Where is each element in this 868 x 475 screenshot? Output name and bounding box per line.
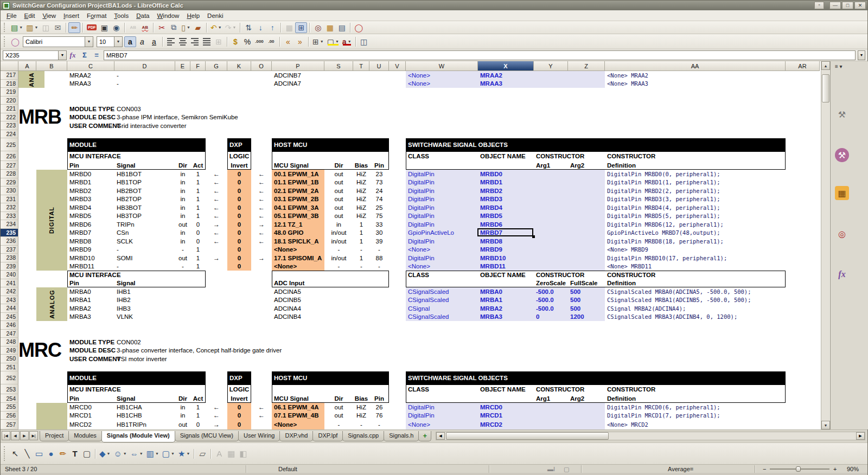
cell-U238[interactable]: 88 [369, 254, 389, 262]
cell-D238[interactable]: SOMI [114, 254, 175, 262]
close-button[interactable]: ✕ [854, 2, 866, 9]
cell-S234[interactable]: in [324, 220, 353, 229]
menu-help[interactable]: Help [183, 11, 203, 20]
cell-D244[interactable]: IHB3 [114, 304, 175, 313]
cell-K239[interactable]: 0 [227, 262, 251, 271]
cell-G257[interactable]: → [206, 420, 227, 429]
row-header-232[interactable]: 232 [1, 203, 18, 212]
cell-K234[interactable]: 0 [227, 220, 251, 229]
cell-C245[interactable]: MRBA3 [67, 313, 114, 322]
cell-T235[interactable]: 1 [353, 229, 369, 238]
cell-U229[interactable]: 73 [369, 178, 389, 187]
cell-C256[interactable]: MRCD1 [67, 412, 114, 420]
cell-C228[interactable]: MRBD0 [67, 170, 114, 178]
cell-O235[interactable]: ← [251, 229, 272, 238]
cell-X255[interactable]: MRCD0 [478, 403, 534, 412]
row-header-237[interactable]: 237 [1, 246, 18, 254]
cell-D236[interactable]: SCLK [114, 237, 175, 246]
sheet-tab-signals-h[interactable]: Signals.h [384, 431, 419, 441]
cell-X256[interactable]: MRCD1 [478, 412, 534, 420]
cell-S237[interactable]: - [324, 246, 353, 254]
cell-K255[interactable]: 0 [227, 403, 251, 412]
cell-AA236[interactable]: DigitalPin MRBD8(18, peripheral1); [605, 237, 786, 246]
cell-O229[interactable]: ← [251, 178, 272, 187]
cell-C244[interactable]: MRBA2 [67, 304, 114, 313]
formula-input[interactable]: MRBD7 [104, 50, 856, 60]
selection-handle[interactable] [532, 235, 535, 238]
vertical-scrollbar[interactable]: ▲ ▼ [821, 61, 829, 429]
menu-edit[interactable]: Edit [21, 11, 39, 20]
cell-P239[interactable]: <None> [272, 262, 324, 271]
cell-X218[interactable]: MRAA3 [478, 80, 534, 88]
row-header-226[interactable]: 226 [1, 151, 18, 161]
fontwork-button[interactable]: A [213, 448, 225, 459]
chevron-down-icon[interactable]: ▼ [186, 452, 190, 455]
extrusion-button[interactable]: ◧ [237, 448, 249, 459]
merge-cells-button[interactable]: ⊞ [213, 36, 225, 47]
cell-K228[interactable]: 0 [227, 170, 251, 178]
cell-U256[interactable]: 76 [369, 412, 389, 420]
zoom-slider[interactable] [770, 468, 829, 470]
cell-D232[interactable]: HB3BOT [114, 203, 175, 212]
sort-ascending-button[interactable]: ↓ [254, 22, 266, 33]
column-header-Z[interactable]: Z [568, 61, 605, 71]
cell-P231[interactable]: 03.1 EPWM_2B [272, 195, 324, 204]
cell-AA234[interactable]: DigitalPin MRBD6(12, peripheral1); [605, 220, 786, 229]
row-header-245[interactable]: 245 [1, 313, 18, 322]
cell-P233[interactable]: 05.1 EPWM_3B [272, 212, 324, 221]
cell-U230[interactable]: 24 [369, 187, 389, 195]
font-size-combo[interactable]: 10 ▼ [97, 36, 123, 47]
cell-T256[interactable]: HiZ [353, 412, 369, 420]
cell-AA231[interactable]: DigitalPin MRBD3(3, peripheral1); [605, 195, 786, 204]
cell-D257[interactable]: HB1TRIPn [114, 420, 175, 429]
first-sheet-icon[interactable]: |◀ [2, 431, 10, 440]
italic-button[interactable]: a [136, 36, 148, 47]
sheet-tab-signals-mcu-view[interactable]: Signals (MCU View) [175, 431, 239, 441]
cell-AA229[interactable]: DigitalPin MRBD1(1, peripheral1); [605, 178, 786, 187]
cell-W245[interactable]: CSignalScaled [406, 313, 478, 322]
cell-F233[interactable]: 1 [190, 212, 206, 221]
chevron-down-icon[interactable]: ▼ [107, 452, 111, 455]
cell-F231[interactable]: 1 [190, 195, 206, 204]
sidebar-navigator-icon[interactable]: ◎ [835, 227, 849, 241]
cell-W252[interactable]: SWITCHWARE SIGNAL OBJECTS [406, 371, 786, 384]
row-header-225[interactable]: 225 [1, 138, 18, 151]
cell-P218[interactable]: ADCINA7 [272, 80, 324, 88]
vertical-scrollbar-thumb[interactable] [822, 74, 829, 102]
font-color-button[interactable]: a▼ [341, 36, 353, 47]
column-header-K[interactable]: K [227, 61, 251, 71]
cell-E237[interactable]: - [175, 246, 190, 254]
cell-P256[interactable]: 07.1 EPWM_4B [272, 412, 324, 420]
row-header-222[interactable]: 222 [1, 113, 18, 122]
cell-D249[interactable]: 3-phase converter interface, Concept hal… [114, 346, 175, 355]
cell-Y243[interactable]: -500.0 [534, 296, 568, 305]
cell-W257[interactable]: <None> [406, 420, 478, 429]
sheet-tab-modules[interactable]: Modules [68, 431, 102, 441]
cell-Y242[interactable]: -500.0 [534, 287, 568, 296]
previous-sheet-icon[interactable]: ◀ [11, 431, 20, 440]
cell-X229[interactable]: MRBD1 [478, 178, 534, 187]
cell-X217[interactable]: MRAA2 [478, 71, 534, 80]
cell-U232[interactable]: 25 [369, 203, 389, 212]
cell-G228[interactable]: ← [206, 170, 227, 178]
row-header-244[interactable]: 244 [1, 304, 18, 313]
cell-O255[interactable]: ← [251, 403, 272, 412]
cell-W231[interactable]: DigitalPin [406, 195, 478, 204]
next-sheet-icon[interactable]: ▶ [20, 431, 29, 440]
cell-O236[interactable]: ← [251, 237, 272, 246]
cell-K231[interactable]: 0 [227, 195, 251, 204]
cut-button[interactable]: ✂ [156, 22, 168, 33]
cell-F237[interactable]: 1 [190, 246, 206, 254]
show-draw-functions-button[interactable]: ⊞ [295, 22, 307, 33]
page-style-status[interactable]: Default [278, 465, 297, 473]
percent-button[interactable]: % [241, 36, 253, 47]
cell-X231[interactable]: MRBD3 [478, 195, 534, 204]
background-color-button[interactable]: ▢▼ [326, 36, 341, 47]
chevron-down-icon[interactable]: ▼ [335, 40, 339, 43]
row-header-249[interactable]: 249 [1, 346, 18, 355]
font-name-combo[interactable]: Calibri ▼ [23, 36, 93, 47]
sheet-tab-user-wiring[interactable]: User Wiring [238, 431, 280, 441]
row-header-236[interactable]: 236 [1, 237, 18, 246]
expand-formula-bar-button[interactable]: ▼ [858, 50, 865, 60]
cell-F238[interactable]: 1 [190, 254, 206, 262]
